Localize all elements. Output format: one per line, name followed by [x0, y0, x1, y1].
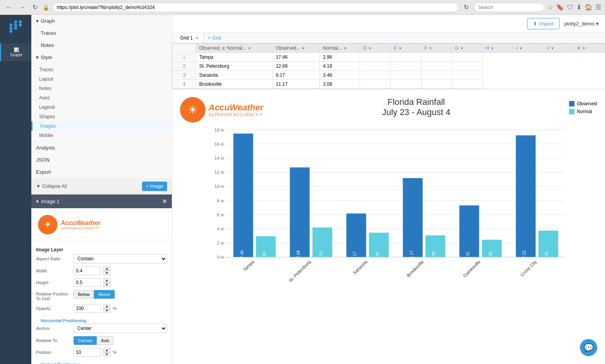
- grid-cell-empty[interactable]: [421, 53, 452, 62]
- grid-cell-empty[interactable]: [421, 62, 452, 71]
- grid-cell-empty[interactable]: [391, 80, 421, 89]
- user-menu[interactable]: plotly2_demo ▾: [564, 21, 599, 27]
- svg-rect-33: [290, 168, 310, 257]
- download-icon[interactable]: ⬇: [576, 4, 582, 11]
- grid-cell[interactable]: St. Petersburg: [196, 62, 273, 71]
- sidebar-item-graph[interactable]: 📊 Graph: [0, 43, 31, 61]
- grid-cell-empty[interactable]: [421, 80, 452, 89]
- h-position-input[interactable]: [74, 348, 101, 357]
- grid-col-f[interactable]: F ▼: [421, 44, 452, 53]
- grid-cell[interactable]: Brooksville: [196, 80, 273, 89]
- grid-cell-empty[interactable]: [360, 53, 391, 62]
- search-bar[interactable]: [474, 3, 544, 12]
- grid-col-h[interactable]: H ▼: [483, 44, 513, 53]
- grid-cell-empty[interactable]: [452, 53, 482, 62]
- grid-cell-empty[interactable]: [391, 53, 421, 62]
- style-axes-item[interactable]: Axes: [31, 93, 172, 103]
- grid-col-g[interactable]: G ▼: [452, 44, 482, 53]
- opacity-down[interactable]: ▼: [103, 308, 110, 313]
- grid-row-num[interactable]: 2: [173, 62, 196, 71]
- panel-export-item[interactable]: Export: [31, 166, 172, 178]
- grid-cell[interactable]: Sarasota: [196, 71, 273, 80]
- refresh-button[interactable]: ↻: [31, 3, 40, 12]
- panel-json-item[interactable]: JSON: [31, 154, 172, 166]
- shield-icon[interactable]: 🛡: [567, 4, 573, 11]
- h-anchor-select[interactable]: Center: [74, 324, 167, 333]
- grid-col-a[interactable]: Observed, x; Normal... ▼: [196, 44, 273, 53]
- h-axis-button[interactable]: Axis: [97, 336, 113, 345]
- grid-row-num[interactable]: 4: [173, 80, 196, 89]
- grid-col-b[interactable]: Observed... ▼: [272, 44, 319, 53]
- grid-cell[interactable]: 3.08: [320, 80, 360, 89]
- grid-cell[interactable]: 2.96: [320, 53, 360, 62]
- grid-row-num[interactable]: 3: [173, 71, 196, 80]
- home-icon[interactable]: 🏠: [585, 4, 592, 11]
- grid-cell-empty[interactable]: [421, 71, 452, 80]
- opacity-input[interactable]: [74, 304, 101, 313]
- grid-cell[interactable]: 3.46: [320, 71, 360, 80]
- back-button[interactable]: ←: [4, 3, 14, 12]
- grid-cell[interactable]: 11.17: [272, 80, 319, 89]
- h-pos-down[interactable]: ▼: [103, 352, 110, 357]
- grid-cell-empty[interactable]: [452, 80, 482, 89]
- grid-cell-empty[interactable]: [391, 71, 421, 80]
- section-close-button[interactable]: ✕: [162, 198, 167, 205]
- grid-cell-empty[interactable]: [452, 62, 482, 71]
- width-input[interactable]: [74, 267, 101, 275]
- h-pos-up[interactable]: ▲: [103, 348, 110, 352]
- height-up[interactable]: ▲: [103, 278, 110, 283]
- grid-cell-empty[interactable]: [360, 80, 391, 89]
- panel-notes-item[interactable]: Notes: [31, 39, 172, 51]
- grid-tab-close[interactable]: ✕: [195, 36, 199, 41]
- style-notes-item[interactable]: Notes: [31, 84, 172, 93]
- panel-analysis-item[interactable]: Analysis: [31, 142, 172, 154]
- grid-col-c[interactable]: Normal... ▼: [320, 44, 360, 53]
- below-button[interactable]: Below: [74, 290, 94, 299]
- grid-col-k[interactable]: K ▼: [574, 44, 605, 53]
- grid-col-i[interactable]: I ▼: [513, 44, 544, 53]
- bookmark-icon[interactable]: 🔖: [556, 4, 564, 11]
- grid-cell[interactable]: 17.46: [272, 53, 319, 62]
- style-mobile-item[interactable]: Mobile: [31, 131, 172, 140]
- menu-icon[interactable]: ☰: [596, 4, 601, 11]
- import-button[interactable]: ⬆ Import: [527, 18, 560, 29]
- width-up[interactable]: ▲: [103, 267, 110, 271]
- grid-cell-empty[interactable]: [391, 62, 421, 71]
- grid-col-j[interactable]: J ▼: [544, 44, 574, 53]
- grid-cell[interactable]: Tampa: [196, 53, 273, 62]
- panel-style-item[interactable]: ▾ Style: [31, 51, 172, 63]
- grid-col-e[interactable]: E ▼: [391, 44, 421, 53]
- grid-cell-empty[interactable]: [360, 62, 391, 71]
- opacity-up[interactable]: ▲: [103, 304, 110, 308]
- aspect-ratio-select[interactable]: Contain: [74, 254, 167, 263]
- grid-col-d[interactable]: D ▼: [360, 44, 391, 53]
- panel-traces-item[interactable]: Traces: [31, 27, 172, 39]
- width-down[interactable]: ▼: [103, 271, 110, 275]
- chat-bubble[interactable]: 💬: [580, 339, 597, 356]
- collapse-all-button[interactable]: ▼ Collapse All: [36, 184, 67, 189]
- add-grid-button[interactable]: + Grid: [204, 33, 225, 43]
- url-bar[interactable]: [52, 3, 459, 12]
- reload-button[interactable]: ↻: [462, 3, 471, 12]
- above-button[interactable]: Above: [94, 290, 115, 299]
- h-canvas-button[interactable]: Canvas: [74, 336, 97, 345]
- grid-cell[interactable]: 4.19: [320, 62, 360, 71]
- style-images-item[interactable]: Images: [31, 121, 172, 131]
- style-legend-item[interactable]: Legend: [31, 103, 172, 112]
- grid-cell[interactable]: 6.17: [272, 71, 319, 80]
- style-layout-item[interactable]: Layout: [31, 74, 172, 84]
- grid-cell-empty[interactable]: [360, 71, 391, 80]
- grid-cell[interactable]: 12.68: [272, 62, 319, 71]
- forward-button[interactable]: →: [17, 3, 27, 12]
- add-image-button[interactable]: + Image: [142, 182, 167, 191]
- grid-scroll-area[interactable]: Observed, x; Normal... ▼ Observed... ▼ N…: [172, 43, 605, 89]
- height-down[interactable]: ▼: [103, 283, 110, 287]
- grid-tab-1[interactable]: Grid 1 ✕: [175, 33, 204, 43]
- panel-graph-item[interactable]: ▾ Graph: [31, 15, 172, 27]
- style-shapes-item[interactable]: Shapes: [31, 112, 172, 121]
- grid-row-num[interactable]: 1: [173, 53, 196, 62]
- height-input[interactable]: [74, 278, 101, 287]
- star-icon[interactable]: ☆: [547, 4, 553, 11]
- style-traces-item[interactable]: Traces: [31, 65, 172, 74]
- grid-cell-empty[interactable]: [452, 71, 482, 80]
